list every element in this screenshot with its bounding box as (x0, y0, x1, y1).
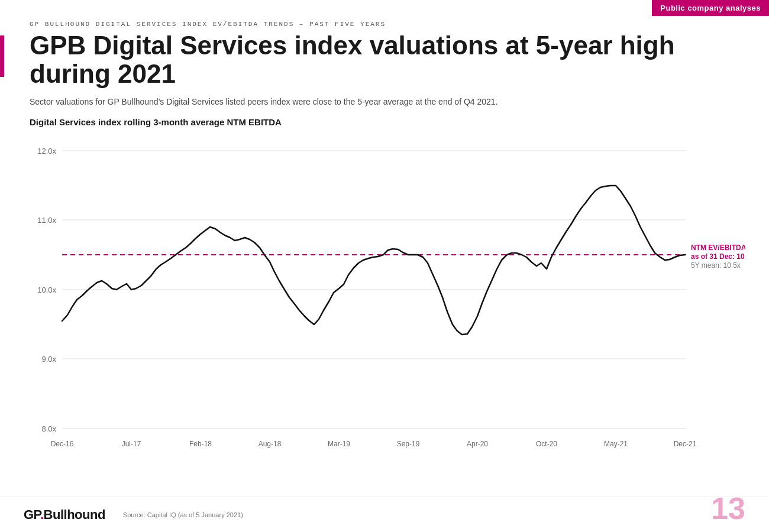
source-text: Source: Capital IQ (as of 5 January 2021… (123, 511, 243, 518)
subtitle-label: GP BULLHOUND DIGITAL SERVICES INDEX EV/E… (30, 21, 745, 28)
x-label-mar19: Mar-19 (328, 440, 350, 448)
chart-container: 12.0x 11.0x 10.0x 9.0x 8.0x Dec-16 Jul-1… (24, 133, 745, 476)
main-content: GP BULLHOUND DIGITAL SERVICES INDEX EV/E… (24, 21, 745, 497)
page-title: GPB Digital Services index valuations at… (30, 31, 745, 89)
left-accent-bar (0, 35, 4, 77)
chart-title: Digital Services index rolling 3-month a… (30, 117, 745, 127)
x-label-jul17: Jul-17 (122, 440, 141, 448)
y-label-9: 9.0x (41, 355, 56, 364)
x-label-feb18: Feb-18 (189, 440, 212, 448)
x-label-dec16: Dec-16 (51, 440, 74, 448)
x-label-oct20: Oct-20 (536, 440, 557, 448)
public-company-tag: Public company analyses (652, 0, 769, 16)
x-label-aug18: Aug-18 (259, 440, 282, 448)
logo: GP.Bullhound (24, 507, 105, 523)
x-label-dec21: Dec-21 (674, 440, 697, 448)
y-label-10: 10.0x (37, 286, 56, 294)
x-label-may21: May-21 (604, 440, 628, 448)
line-chart: 12.0x 11.0x 10.0x 9.0x 8.0x Dec-16 Jul-1… (24, 133, 745, 476)
mean-5y-label: 5Y mean: 10.5x (691, 261, 741, 270)
main-line (62, 186, 685, 335)
page-description: Sector valuations for GP Bullhound's Dig… (30, 97, 745, 106)
footer: GP.Bullhound Source: Capital IQ (as of 5… (0, 497, 769, 532)
ntm-label: NTM EV/EBITDA (691, 244, 745, 252)
x-label-apr20: Apr-20 (467, 440, 488, 448)
ntm-date-label: as of 31 Dec: 10.5x (691, 252, 745, 261)
y-label-12: 12.0x (37, 147, 56, 155)
y-label-8: 8.0x (41, 424, 56, 433)
y-label-11: 11.0x (37, 216, 56, 225)
logo-dot: . (40, 507, 44, 522)
page-number: 13 (711, 491, 745, 526)
x-label-sep19: Sep-19 (397, 440, 420, 448)
